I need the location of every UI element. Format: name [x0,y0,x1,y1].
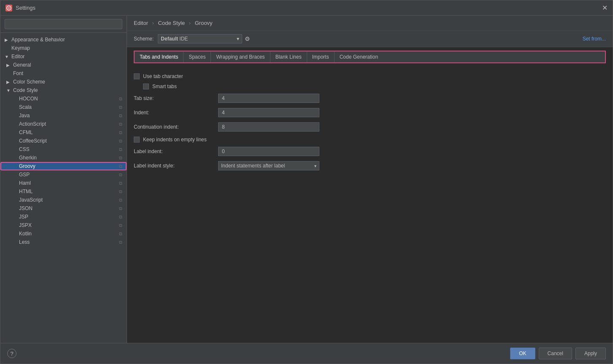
breadcrumb-sep-1: › [152,20,156,26]
indent-label: Indent: [134,110,218,116]
sidebar-item-keymap[interactable]: Keymap [0,44,127,52]
sidebar-item-actionscript[interactable]: ActionScript ⧉ [0,120,127,128]
sidebar-tree: ▶ Appearance & Behavior Keymap ▼ Editor … [0,33,127,343]
sidebar-item-editor-label: Editor [11,54,24,59]
sidebar-item-general-label: General [13,62,31,68]
help-button[interactable]: ? [7,349,16,358]
sidebar-item-jsp-label: JSP [19,214,28,220]
sidebar-item-haml[interactable]: Haml ⧉ [0,179,127,187]
sidebar-item-javascript[interactable]: JavaScript ⧉ [0,196,127,204]
sidebar-item-editor[interactable]: ▼ Editor [0,52,127,61]
sidebar-item-css[interactable]: CSS ⧉ [0,145,127,154]
scheme-dropdown[interactable]: Default IDE ▾ [158,34,242,43]
settings-panel: Use tab character Smart tabs Tab size: [127,67,613,343]
main-content-area: Editor › Code Style › Groovy Scheme: Def… [127,16,613,343]
indent-input[interactable] [218,108,319,117]
search-input[interactable] [5,19,122,29]
search-box [0,16,127,33]
sidebar-item-groovy-label: Groovy [19,163,35,169]
close-button[interactable]: ✕ [602,5,608,11]
continuation-indent-input[interactable] [218,122,319,132]
tab-code-generation[interactable]: Code Generation [335,51,383,62]
sidebar-item-cfml[interactable]: CFML ⧉ [0,128,127,137]
sidebar-item-color-scheme[interactable]: ▶ Color Scheme [0,78,127,86]
use-tab-character-checkbox[interactable] [134,73,140,79]
smart-tabs-row: Smart tabs [134,84,428,89]
sidebar-item-keymap-label: Keymap [11,45,30,51]
label-indent-style-value: Indent statements after label [221,163,314,169]
sidebar-item-hocon[interactable]: HOCON ⧉ [0,94,127,103]
tab-spaces[interactable]: Spaces [184,51,211,62]
sidebar-item-jsp[interactable]: JSP ⧉ [0,213,127,221]
titlebar: Settings ✕ [0,0,613,16]
tree-arrow-kotlin [12,232,19,236]
breadcrumb-sep-2: › [189,20,192,26]
tree-arrow-jsp [12,215,19,219]
copy-icon-less: ⧉ [119,240,122,245]
label-indent-style-row: Label indent style: Indent statements af… [134,161,428,170]
tree-arrow-html [12,189,19,194]
sidebar-item-groovy[interactable]: Groovy ⧉ [0,162,127,170]
copy-icon-java: ⧉ [119,113,122,119]
ok-button[interactable]: OK [510,348,535,359]
copy-icon-gsp: ⧉ [119,172,122,178]
tree-arrow-cfml [12,130,19,135]
chevron-down-icon-dropdown: ▾ [314,164,316,168]
tab-wrapping-and-braces[interactable]: Wrapping and Braces [211,51,270,62]
label-indent-row: Label indent: [134,147,428,156]
sidebar-item-cfml-label: CFML [19,129,33,135]
apply-button[interactable]: Apply [575,348,606,359]
tab-imports[interactable]: Imports [307,51,335,62]
tab-blank-lines[interactable]: Blank Lines [270,51,307,62]
sidebar-item-appearance[interactable]: ▶ Appearance & Behavior [0,35,127,44]
copy-icon-javascript: ⧉ [119,197,122,203]
tab-size-label: Tab size: [134,95,218,101]
sidebar-item-coffeescript[interactable]: CoffeeScript ⧉ [0,137,127,145]
set-from-link[interactable]: Set from... [583,36,606,42]
sidebar-item-gherkin[interactable]: Gherkin ⧉ [0,154,127,162]
tree-arrow-java [12,113,19,118]
sidebar-item-gsp[interactable]: GSP ⧉ [0,170,127,179]
sidebar-item-json[interactable]: JSON ⧉ [0,204,127,213]
sidebar-item-java[interactable]: Java ⧉ [0,111,127,120]
dialog-buttons: OK Cancel Apply [510,348,606,359]
copy-icon-gherkin: ⧉ [119,155,122,161]
label-indent-style-label: Label indent style: [134,163,218,169]
label-indent-style-dropdown[interactable]: Indent statements after label ▾ [218,161,319,170]
copy-icon-groovy: ⧉ [119,164,122,169]
tree-arrow-javascript [12,198,19,202]
use-tab-character-label: Use tab character [143,73,183,79]
copy-icon-actionscript: ⧉ [119,121,122,127]
tree-arrow-hocon [12,97,19,101]
keep-indents-checkbox[interactable] [134,137,140,143]
sidebar-item-javascript-label: JavaScript [19,197,43,203]
sidebar-item-less-label: Less [19,239,30,245]
label-indent-input[interactable] [218,147,319,156]
use-tab-character-row: Use tab character [134,73,428,79]
sidebar-item-html[interactable]: HTML ⧉ [0,187,127,196]
sidebar-item-actionscript-label: ActionScript [19,121,46,127]
sidebar-item-kotlin[interactable]: Kotlin ⧉ [0,229,127,238]
tab-tabs-and-indents[interactable]: Tabs and Indents [135,51,184,62]
settings-left-panel: Use tab character Smart tabs Tab size: [127,67,435,343]
sidebar-item-code-style[interactable]: ▼ Code Style [0,86,127,94]
sidebar-item-general[interactable]: ▶ General [0,61,127,69]
sidebar-item-jspx[interactable]: JSPX ⧉ [0,221,127,229]
sidebar-item-gherkin-label: Gherkin [19,155,37,161]
sidebar-item-scala[interactable]: Scala ⧉ [0,103,127,111]
tab-size-input[interactable] [218,94,319,103]
sidebar-item-less[interactable]: Less ⧉ [0,238,127,246]
scheme-bar: Scheme: Default IDE ▾ ⚙ Set from... [127,31,613,47]
smart-tabs-checkbox[interactable] [143,84,149,89]
sidebar-item-html-label: HTML [19,189,33,194]
sidebar-item-code-style-label: Code Style [13,87,38,93]
sidebar: ▶ Appearance & Behavior Keymap ▼ Editor … [0,16,127,343]
tree-arrow-coffeescript [12,139,19,143]
cancel-button[interactable]: Cancel [539,348,572,359]
sidebar-item-font[interactable]: Font [0,69,127,78]
label-indent-label: Label indent: [134,148,218,154]
tree-arrow-haml [12,181,19,186]
gear-icon[interactable]: ⚙ [245,35,250,42]
tree-arrow-font [6,71,13,76]
scheme-dropdown-text: Default IDE [161,36,234,42]
